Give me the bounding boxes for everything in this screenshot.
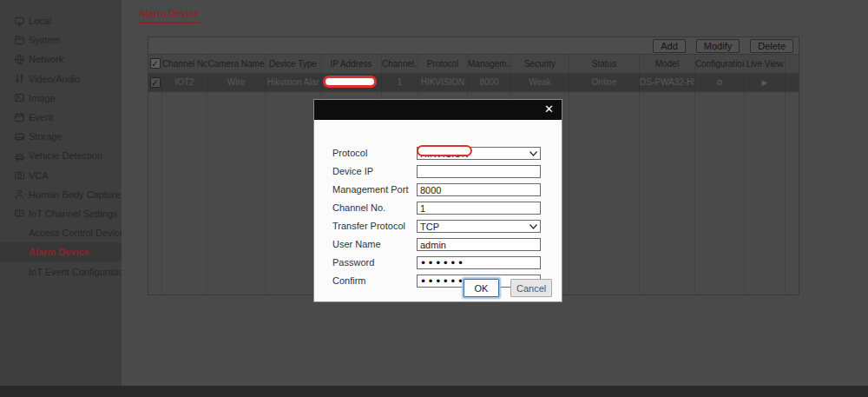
sidebar-item-event[interactable]: Event xyxy=(0,108,122,127)
select-all-checkbox[interactable]: ✓ xyxy=(150,58,161,69)
transfer-protocol-select[interactable]: TCP xyxy=(417,220,541,233)
body-column xyxy=(695,92,745,294)
column-header-protocol: Protocol xyxy=(418,55,468,73)
row-cell-status: Online xyxy=(569,74,640,91)
channel-no-label: Channel No. xyxy=(332,202,385,215)
sidebar-item-local[interactable]: Local xyxy=(0,11,122,30)
sidebar-item-video-audio[interactable]: Video/Audio xyxy=(0,69,122,89)
window-icon xyxy=(14,35,25,46)
sidebar-item-network[interactable]: Network xyxy=(0,50,122,69)
sidebar-item-label: VCA xyxy=(29,170,49,181)
sidebar-item-vca[interactable]: VCA xyxy=(0,166,122,185)
row-spacer xyxy=(786,74,800,91)
redaction-box-table-ip xyxy=(323,76,377,88)
dialog-field-transfer-protocol: Transfer ProtocolTCP xyxy=(314,220,562,233)
close-icon[interactable]: ✕ xyxy=(544,103,554,116)
ok-button[interactable]: OK xyxy=(464,279,499,297)
dialog-field-management-port: Management Port xyxy=(314,183,562,196)
modify-button[interactable]: Modify xyxy=(696,39,740,53)
sidebar-item-label: Local xyxy=(29,16,51,26)
protocol-label: Protocol xyxy=(332,147,367,160)
transfer-protocol-selected-value: TCP xyxy=(420,221,439,233)
column-header-channel-no: Channel No. xyxy=(162,55,207,73)
audio-icon xyxy=(14,73,25,84)
tab-alarm-device[interactable]: Alarm Device xyxy=(139,8,200,23)
sidebar-item-label: Image xyxy=(29,93,56,103)
redaction-box-dialog-ip xyxy=(417,145,472,156)
sidebar-item-system[interactable]: System xyxy=(0,30,122,50)
iot-icon xyxy=(14,208,25,219)
sidebar-item-alarm-device[interactable]: Alarm Device xyxy=(0,242,122,261)
sidebar-item-label: Video/Audio xyxy=(29,74,80,84)
sidebar-item-label: Human Body Capture xyxy=(29,189,121,200)
sidebar-item-iot-channel-settings[interactable]: IoT Channel Settings xyxy=(0,204,122,223)
password-input[interactable] xyxy=(417,256,541,269)
row-cell-device-type: Hikvision Alar xyxy=(266,74,321,91)
gear-icon[interactable]: ⚙ xyxy=(695,74,744,91)
select-all-cell: ✓ xyxy=(148,55,162,73)
storage-icon xyxy=(14,131,25,142)
body-column xyxy=(786,92,800,294)
add-device-dialog: ✕ ProtocolHIKVISIONDevice IPManagement P… xyxy=(313,99,562,302)
sidebar-item-label: Alarm Device xyxy=(29,247,89,257)
sidebar-item-label: IoT Event Configuration xyxy=(29,267,128,277)
row-checkbox[interactable]: ✓ xyxy=(150,77,161,88)
sidebar: LocalSystemNetworkVideo/AudioImageEventS… xyxy=(0,0,122,386)
column-header-live-view: Live View xyxy=(745,55,786,73)
monitor-icon xyxy=(14,16,25,27)
dialog-field-user-name: User Name xyxy=(314,238,562,251)
column-header-security: Security xyxy=(511,55,569,73)
image-icon xyxy=(14,92,25,103)
row-cell-camera-name: Wire xyxy=(207,74,266,91)
dialog-titlebar: ✕ xyxy=(314,100,562,120)
row-cell-managem: 8000 xyxy=(468,74,511,91)
body-column xyxy=(745,92,786,294)
column-header-model: Model xyxy=(640,55,695,73)
cancel-button[interactable]: Cancel xyxy=(510,279,552,297)
management-port-label: Management Port xyxy=(332,183,408,196)
sidebar-item-storage[interactable]: Storage xyxy=(0,127,122,146)
column-header-device-type: Device Type xyxy=(266,55,321,73)
row-cell-model: DS-PWA32-HSR xyxy=(640,74,695,91)
table-header-row: ✓Channel No.Camera NameDevice TypeIP Add… xyxy=(148,55,799,74)
dialog-field-password: Password xyxy=(314,256,562,269)
management-port-input[interactable] xyxy=(417,183,541,196)
sidebar-item-vehicle-detection[interactable]: Vehicle Detection xyxy=(0,146,122,165)
sidebar-item-label: Vehicle Detection xyxy=(29,150,102,161)
play-icon[interactable]: ▶ xyxy=(745,74,785,91)
column-header-ip-address: IP Address xyxy=(321,55,382,73)
column-header-status: Status xyxy=(569,55,640,73)
column-header-configuration: Configuration xyxy=(695,55,745,73)
dialog-field-device-ip: Device IP xyxy=(314,165,562,178)
sidebar-item-label: Event xyxy=(29,112,53,122)
sidebar-item-label: Network xyxy=(29,54,63,64)
vca-icon xyxy=(14,169,25,181)
body-column xyxy=(207,92,266,294)
sidebar-item-label: Storage xyxy=(29,131,62,142)
confirm-label: Confirm xyxy=(332,275,366,288)
sidebar-item-label: Access Control Device xyxy=(29,228,125,238)
row-cell-protocol: HIKVISION xyxy=(418,74,468,91)
table-row[interactable]: ✓IOT2WireHikvision Alar1HIKVISION8000Wea… xyxy=(148,74,799,92)
add-button[interactable]: Add xyxy=(653,39,686,53)
sidebar-item-human-body-capture[interactable]: Human Body Capture xyxy=(0,185,122,204)
device-ip-label: Device IP xyxy=(332,165,373,178)
device-ip-input[interactable] xyxy=(417,165,541,178)
body-column xyxy=(148,92,162,294)
calendar-icon xyxy=(14,112,25,123)
sidebar-item-iot-event-configuration[interactable]: IoT Event Configuration xyxy=(0,261,122,281)
sidebar-item-access-control-device[interactable]: Access Control Device xyxy=(0,223,122,242)
column-header-channel: Channel... xyxy=(382,55,418,73)
row-cell-security: Weak xyxy=(511,74,569,91)
sidebar-item-image[interactable]: Image xyxy=(0,89,122,108)
channel-no-input[interactable] xyxy=(417,202,541,215)
header-spacer xyxy=(786,55,800,73)
row-cell-channel-no: IOT2 xyxy=(162,74,207,91)
row-cell-live-view: ▶ xyxy=(745,74,786,91)
delete-button[interactable]: Delete xyxy=(750,39,793,53)
body-column xyxy=(640,92,695,294)
body-column xyxy=(162,92,207,294)
user-name-input[interactable] xyxy=(417,238,541,251)
table-toolbar: Add Modify Delete xyxy=(148,37,799,55)
transfer-protocol-label: Transfer Protocol xyxy=(332,220,405,233)
